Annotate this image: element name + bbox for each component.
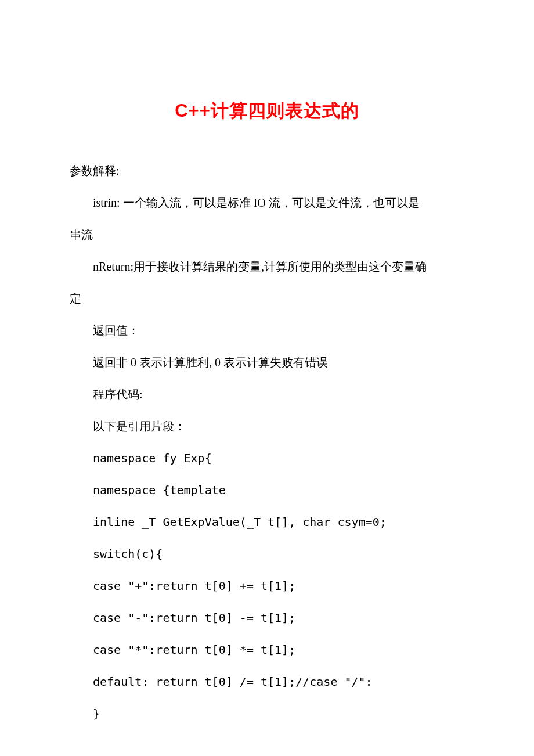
document-page: C++计算四则表达式的 参数解释:istrin: 一个输入流，可以是标准 IO …: [0, 0, 534, 756]
text-line: 串流: [70, 219, 464, 251]
document-title: C++计算四则表达式的: [70, 99, 464, 123]
code-line: default: return t[0] /= t[1];//case "/":: [70, 666, 464, 698]
code-line: inline _T GetExpValue(_T t[], char csym=…: [70, 506, 464, 538]
code-line: case "+":return t[0] += t[1];: [70, 570, 464, 602]
code-line: case "-":return t[0] -= t[1];: [70, 602, 464, 634]
code-line: }: [70, 698, 464, 730]
text-line: nReturn:用于接收计算结果的变量,计算所使用的类型由这个变量确: [70, 251, 464, 283]
text-line: 返回值：: [70, 315, 464, 347]
text-line: 返回非 0 表示计算胜利, 0 表示计算失败有错误: [70, 347, 464, 379]
text-line: istrin: 一个输入流，可以是标准 IO 流，可以是文件流，也可以是: [70, 187, 464, 219]
text-line: 参数解释:: [70, 155, 464, 187]
code-line: namespace {template: [70, 474, 464, 506]
text-line: 定: [70, 283, 464, 315]
code-line: case "*":return t[0] *= t[1];: [70, 634, 464, 666]
code-line: namespace fy_Exp{: [70, 442, 464, 474]
text-line: 程序代码:: [70, 379, 464, 411]
code-line: switch(c){: [70, 538, 464, 570]
text-line: 以下是引用片段：: [70, 411, 464, 442]
document-body: 参数解释:istrin: 一个输入流，可以是标准 IO 流，可以是文件流，也可以…: [70, 155, 464, 730]
